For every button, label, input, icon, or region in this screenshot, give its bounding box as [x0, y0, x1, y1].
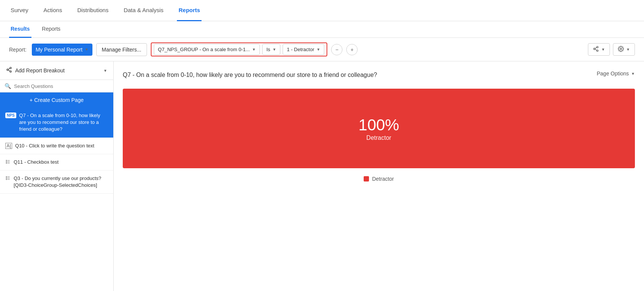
question-title: Q7 - On a scale from 0-10, how likely ar…	[123, 70, 377, 80]
manage-filters-button[interactable]: Manage Filters...	[96, 43, 147, 56]
filter-operator-selector[interactable]: Is ▼	[262, 44, 280, 55]
create-custom-page-label: + Create Custom Page	[30, 97, 84, 103]
search-icon: 🔍	[5, 83, 11, 89]
top-navigation: Survey Actions Distributions Data & Anal…	[0, 0, 644, 21]
svg-point-5	[620, 48, 622, 50]
q11-text: Q11 - Checkbox test	[14, 159, 59, 166]
nav-survey[interactable]: Survey	[9, 0, 30, 21]
breakout-chevron: ▼	[103, 69, 107, 73]
share-icon	[593, 46, 599, 53]
add-report-breakout-button[interactable]: Add Report Breakout ▼	[0, 61, 113, 80]
content-header: Q7 - On a scale from 0-10, how likely ar…	[123, 70, 635, 80]
q7-text: Q7 - On a scale from 0-10, how likely ar…	[19, 112, 108, 133]
report-selector-label: My Personal Report	[36, 47, 83, 53]
sidebar-question-q10[interactable]: A| Q10 - Click to write the question tex…	[0, 138, 113, 154]
page-options-button[interactable]: Page Options ▼	[597, 70, 635, 77]
breakout-icon	[6, 67, 12, 74]
search-input[interactable]	[14, 83, 109, 89]
svg-point-17	[6, 177, 7, 177]
filter-value-chevron: ▼	[317, 47, 320, 52]
report-selector-chevron: ▼	[85, 47, 89, 52]
nav-actions[interactable]: Actions	[42, 0, 64, 21]
sidebar-question-q7[interactable]: NPS Q7 - On a scale from 0-10, how likel…	[0, 108, 113, 138]
sub-navigation: Results Reports	[0, 21, 644, 38]
q3-icon	[5, 175, 11, 182]
subnav-reports[interactable]: Reports	[41, 21, 62, 38]
svg-point-12	[6, 161, 7, 162]
legend-detractor-dot	[364, 176, 369, 181]
content-area: Q7 - On a scale from 0-10, how likely ar…	[114, 61, 644, 291]
question-list: NPS Q7 - On a scale from 0-10, how likel…	[0, 108, 113, 194]
nav-data-analysis[interactable]: Data & Analysis	[122, 0, 165, 21]
filter-operator-chevron: ▼	[272, 47, 276, 52]
q3-text: Q3 - Do you currently use our products?[…	[14, 175, 108, 189]
report-selector-button[interactable]: My Personal Report ▼	[32, 44, 92, 56]
settings-icon	[618, 46, 624, 53]
q10-icon: A|	[5, 143, 12, 149]
svg-point-11	[6, 160, 7, 161]
sidebar-question-q3[interactable]: Q3 - Do you currently use our products?[…	[0, 171, 113, 194]
page-options-label: Page Options	[597, 70, 629, 77]
settings-chevron: ▼	[626, 47, 630, 52]
breakout-label: Add Report Breakout	[15, 67, 65, 74]
filter-field-label: Q7_NPS_GROUP - On a scale from 0-1...	[158, 47, 250, 52]
q7-badge: NPS	[5, 113, 16, 118]
filter-field-chevron: ▼	[252, 47, 256, 52]
sidebar-question-q11[interactable]: Q11 - Checkbox test	[0, 154, 113, 171]
nps-chart-text: 100% Detractor	[358, 116, 399, 141]
q10-text: Q10 - Click to write the question text	[15, 142, 94, 149]
sidebar: Add Report Breakout ▼ 🔍 + Create Custom …	[0, 61, 114, 291]
report-label: Report:	[9, 47, 27, 53]
legend-detractor-label: Detractor	[372, 176, 394, 182]
nps-chart: 100% Detractor	[123, 89, 635, 168]
nav-distributions[interactable]: Distributions	[76, 0, 110, 21]
filter-group: Q7_NPS_GROUP - On a scale from 0-1... ▼ …	[151, 42, 328, 56]
filter-remove-button[interactable]: −	[331, 44, 342, 55]
share-button[interactable]: ▼	[588, 43, 610, 56]
filter-value-selector[interactable]: 1 - Detractor ▼	[283, 44, 324, 55]
nps-percent: 100%	[358, 116, 399, 135]
toolbar-right: ▼ ▼	[588, 43, 635, 56]
nav-reports[interactable]: Reports	[177, 0, 202, 21]
svg-line-3	[595, 49, 597, 50]
svg-line-9	[8, 70, 10, 71]
svg-line-10	[8, 68, 10, 69]
filter-add-button[interactable]: +	[346, 44, 358, 55]
chart-legend: Detractor	[123, 176, 635, 182]
filter-operator-label: Is	[266, 47, 270, 52]
toolbar: Report: My Personal Report ▼ Manage Filt…	[0, 38, 644, 61]
subnav-results[interactable]: Results	[9, 21, 31, 38]
filter-value-label: 1 - Detractor	[287, 47, 314, 52]
settings-button[interactable]: ▼	[613, 43, 635, 56]
svg-line-4	[595, 47, 597, 48]
q11-icon	[5, 159, 11, 166]
filter-field-selector[interactable]: Q7_NPS_GROUP - On a scale from 0-1... ▼	[154, 44, 260, 55]
create-custom-page-button[interactable]: + Create Custom Page	[0, 92, 113, 108]
search-box: 🔍	[0, 80, 113, 92]
nps-segment-label: Detractor	[358, 135, 399, 141]
svg-point-19	[6, 179, 7, 180]
svg-point-13	[6, 163, 7, 163]
svg-point-18	[6, 178, 7, 178]
share-chevron: ▼	[601, 47, 605, 52]
main-layout: Add Report Breakout ▼ 🔍 + Create Custom …	[0, 61, 644, 291]
page-options-chevron: ▼	[631, 72, 635, 76]
